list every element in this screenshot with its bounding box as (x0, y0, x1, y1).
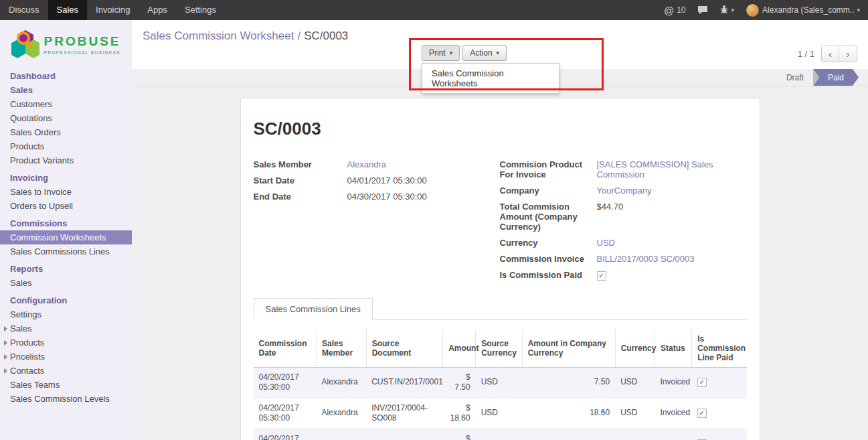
sidebar-heading-commissions[interactable]: Commissions (0, 216, 132, 230)
column-header-source-currency[interactable]: Source Currency (476, 329, 523, 368)
cell-currency: USD (615, 398, 655, 429)
tab-bar: Sales Commission Lines (254, 298, 747, 320)
column-header-status[interactable]: Status (655, 329, 691, 368)
table-row[interactable]: 04/20/2017 05:30:00 Alexandra CUST.IN/20… (254, 367, 747, 398)
sidebar-item-config-products[interactable]: Products (0, 336, 132, 350)
menu-apps[interactable]: Apps (139, 0, 176, 20)
sidebar-item-commission-worksheets[interactable]: Commission Worksheets (0, 230, 132, 244)
column-header-source-document[interactable]: Source Document (366, 329, 442, 368)
status-step-draft[interactable]: Draft (777, 69, 813, 86)
field-value-commission-product[interactable]: [SALES COMMISSION] Sales Commission (597, 159, 747, 179)
bug-icon (719, 5, 729, 16)
main-area: SC/0003 Sales Member Alexandra Start Dat… (132, 86, 868, 440)
user-menu[interactable]: Alexandra (Sales_comm.. ▾ (746, 3, 860, 17)
cell-commission-date: 04/20/2017 05:30:00 (254, 367, 317, 398)
sidebar-item-sales-commissions-lines[interactable]: Sales Commissions Lines (0, 244, 132, 259)
cell-sales-member: Alexandra (317, 429, 367, 440)
sidebar-item-sales-commission-levels[interactable]: Sales Commission Levels (0, 392, 132, 406)
chevron-left-icon: ‹ (829, 48, 832, 60)
field-label-is-commission-paid: Is Commission Paid (500, 270, 597, 281)
print-button[interactable]: Print ▾ (422, 45, 460, 61)
field-label-commission-product: Commision Product For Invoice (500, 159, 597, 179)
field-label-commission-invoice: Commission Invoice (500, 254, 597, 264)
checkbox-checked-icon: ✓ (697, 409, 707, 418)
menu-sales[interactable]: Sales (48, 0, 88, 20)
cell-commission-date: 04/20/2017 10:35:53 (254, 429, 317, 440)
mention-counter[interactable]: @ 10 (664, 5, 686, 16)
column-header-sales-member[interactable]: Sales Member (317, 329, 367, 368)
checkbox-checked-icon: ✓ (697, 378, 707, 387)
cell-source-currency: USD (476, 429, 523, 440)
field-value-currency[interactable]: USD (597, 238, 747, 248)
sidebar-heading-configuration[interactable]: Configuration (0, 293, 132, 307)
breadcrumb-parent[interactable]: Sales Commission Worksheet (143, 29, 294, 42)
cell-amount: $ 18.60 (443, 429, 476, 440)
cell-status: Invoiced (655, 429, 691, 440)
chevron-right-icon: › (847, 48, 850, 60)
field-label-sales-member: Sales Member (254, 159, 347, 169)
pager-previous-button[interactable]: ‹ (821, 46, 839, 62)
sidebar-item-label: Sales (10, 323, 32, 334)
field-value-commission-invoice[interactable]: BILL/2017/0003 SC/0003 (597, 254, 747, 264)
sidebar-item-sales-report[interactable]: Sales (0, 276, 132, 290)
user-avatar (746, 3, 760, 17)
probuse-logo[interactable]: PROBUSE PROFESSIONAL BUSINESS (0, 20, 132, 69)
sidebar-item-pricelists[interactable]: Pricelists (0, 350, 132, 364)
sidebar-item-product-variants[interactable]: Product Variants (0, 153, 132, 167)
sidebar-item-customers[interactable]: Customers (0, 97, 132, 111)
sidebar-heading-sales[interactable]: Sales (0, 83, 132, 97)
column-header-amount-company-currency[interactable]: Amount in Company Currency (522, 329, 615, 368)
sidebar-item-config-sales[interactable]: Sales (0, 321, 132, 336)
at-icon: @ (664, 5, 674, 16)
cell-source-document: CUST.IN/2017/0001 (366, 367, 442, 398)
field-value-sales-member[interactable]: Alexandra (347, 159, 500, 169)
column-header-amount[interactable]: Amount (443, 329, 476, 368)
dropdown-item-sales-commission-worksheets[interactable]: Sales Commission Worksheets (422, 64, 559, 93)
cell-amount: $ 7.50 (443, 367, 476, 398)
field-label-company: Company (500, 186, 597, 196)
sidebar-heading-dashboard[interactable]: Dashboard (0, 69, 132, 83)
field-label-currency: Currency (500, 238, 597, 248)
column-header-is-commission-line-paid[interactable]: Is Commission Line Paid (692, 329, 747, 368)
user-name: Alexandra (Sales_comm.. (762, 5, 854, 15)
messages-icon[interactable] (697, 5, 708, 15)
debug-menu[interactable]: ▾ (719, 5, 735, 16)
status-step-paid[interactable]: Paid (813, 69, 859, 86)
sidebar-heading-reports[interactable]: Reports (0, 262, 132, 276)
caret-down-icon: ▾ (731, 7, 735, 13)
field-value-total-commission-amount: $44.70 (597, 202, 747, 232)
sidebar-item-orders-to-upsell[interactable]: Orders to Upsell (0, 199, 132, 213)
cell-company-amount: 7.50 (522, 367, 615, 398)
sidebar-item-settings[interactable]: Settings (0, 307, 132, 321)
menu-discuss[interactable]: Discuss (0, 0, 48, 20)
app-menu: Discuss Sales Invoicing Apps Settings (0, 0, 225, 20)
sidebar-item-sales-teams[interactable]: Sales Teams (0, 378, 132, 392)
breadcrumb-current: SC/0003 (304, 29, 348, 42)
sidebar-item-products[interactable]: Products (0, 139, 132, 153)
sidebar-item-contacts[interactable]: Contacts (0, 364, 132, 378)
field-value-end-date: 04/30/2017 05:30:00 (347, 192, 500, 202)
field-value-company[interactable]: YourCompany (597, 186, 747, 196)
table-row[interactable]: 04/20/2017 10:35:53 Alexandra SO008 $ 18… (254, 429, 747, 440)
mention-count: 10 (677, 5, 685, 15)
sidebar-item-sales-orders[interactable]: Sales Orders (0, 125, 132, 139)
cell-source-currency: USD (476, 367, 523, 398)
pager-next-button[interactable]: › (839, 46, 857, 62)
menu-settings[interactable]: Settings (176, 0, 225, 20)
menu-invoicing[interactable]: Invoicing (87, 0, 139, 20)
cell-line-paid: ✓ (692, 429, 747, 440)
tab-sales-commission-lines[interactable]: Sales Commission Lines (254, 298, 373, 320)
sidebar-item-label: Products (10, 338, 44, 348)
table-row[interactable]: 04/20/2017 05:30:00 Alexandra INV/2017/0… (254, 398, 747, 429)
sidebar-heading-invoicing[interactable]: Invoicing (0, 171, 132, 185)
cell-source-document: INV/2017/0004-SO008 (366, 398, 442, 429)
caret-right-icon (4, 326, 7, 332)
logo-title: PROBUSE (44, 35, 121, 49)
cell-company-amount: 18.60 (522, 429, 615, 440)
sidebar-item-quotations[interactable]: Quotations (0, 111, 132, 125)
column-header-commission-date[interactable]: Commission Date (254, 329, 317, 368)
column-header-currency[interactable]: Currency (615, 329, 655, 368)
cell-source-currency: USD (476, 398, 523, 429)
action-button[interactable]: Action ▾ (462, 45, 507, 61)
sidebar-item-sales-to-invoice[interactable]: Sales to Invoice (0, 185, 132, 199)
